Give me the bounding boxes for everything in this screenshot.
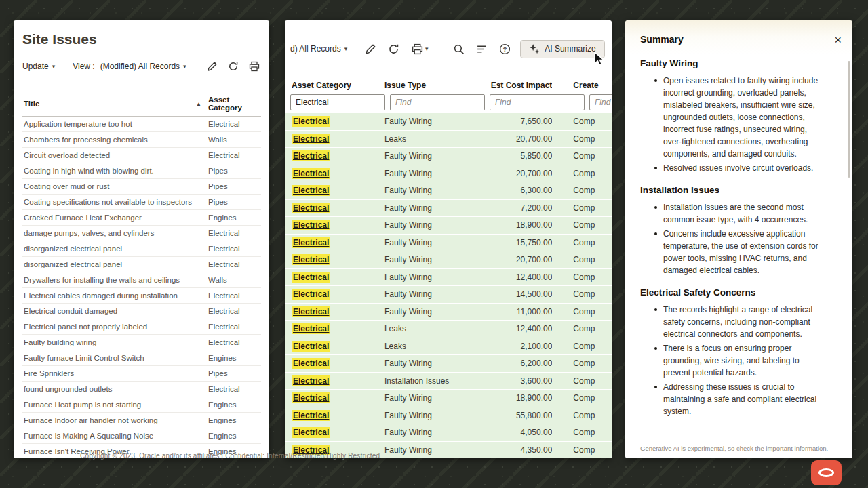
asset-category-link[interactable]: Electrical xyxy=(292,358,330,369)
filter-issue-type-input[interactable] xyxy=(390,94,485,110)
created-cell: Comp xyxy=(573,359,612,368)
issue-row[interactable]: Electrical cables damaged during install… xyxy=(22,288,261,304)
record-row[interactable]: ElectricalFaulty Wiring55,800.00Comp xyxy=(285,407,612,425)
record-row[interactable]: ElectricalFaulty Wiring15,750.00Comp xyxy=(285,235,612,252)
issue-type-cell: Faulty Wiring xyxy=(384,393,476,403)
summary-title: Summary xyxy=(640,34,684,45)
sort-ascending-icon[interactable]: ▲ xyxy=(196,101,201,107)
asset-category-link[interactable]: Electrical xyxy=(292,306,330,317)
refresh-button[interactable] xyxy=(387,42,400,56)
asset-category-link[interactable]: Electrical xyxy=(292,150,330,161)
column-header-asset-category[interactable]: Asset Category xyxy=(207,92,261,117)
record-row[interactable]: ElectricalFaulty Wiring20,700.00Comp xyxy=(285,251,612,269)
asset-category-link[interactable]: Electrical xyxy=(292,116,330,127)
filter-asset-category-input[interactable] xyxy=(290,94,385,110)
refresh-button[interactable] xyxy=(226,60,240,73)
query-by-example-button[interactable] xyxy=(475,42,488,56)
print-button[interactable] xyxy=(248,60,261,73)
asset-category-link[interactable]: Electrical xyxy=(292,341,330,352)
oracle-logo[interactable] xyxy=(811,460,842,485)
record-row[interactable]: ElectricalFaulty Wiring18,900.00Comp xyxy=(285,390,612,407)
issue-row[interactable]: Application temperature too hotElectrica… xyxy=(22,117,261,132)
issue-row[interactable]: Furnace Indoor air handler not workingEn… xyxy=(22,413,261,428)
issue-row[interactable]: Chambers for processing chemicalsWalls xyxy=(22,132,261,148)
asset-category-cell: Walls xyxy=(207,272,261,288)
column-header-title[interactable]: ▲ Title xyxy=(22,92,207,117)
update-dropdown[interactable]: Update ▾ xyxy=(22,62,55,71)
issue-row[interactable]: Circuit overload detectedElectrical xyxy=(22,148,261,163)
asset-category-link[interactable]: Electrical xyxy=(292,203,330,214)
column-header-created[interactable]: Create xyxy=(573,81,612,90)
print-dropdown-button[interactable]: ▾ xyxy=(410,42,430,56)
issue-row[interactable]: Faulty furnace Limit Control SwitchEngin… xyxy=(22,350,261,366)
issue-row[interactable]: Fire SprinklersPipes xyxy=(22,366,261,382)
issue-row[interactable]: damage pumps, valves, and cylindersElect… xyxy=(22,226,261,241)
issue-row[interactable]: Faulty building wiringElectrical xyxy=(22,335,261,350)
record-row[interactable]: ElectricalFaulty Wiring7,200.00Comp xyxy=(285,200,612,218)
record-row[interactable]: ElectricalFaulty Wiring6,200.00Comp xyxy=(285,355,612,373)
record-row[interactable]: ElectricalFaulty Wiring12,400.00Comp xyxy=(285,269,612,287)
asset-category-cell: Electrical xyxy=(207,257,261,272)
filter-created-input[interactable] xyxy=(589,94,612,110)
issue-row[interactable]: Electrical panel not properly labeledEle… xyxy=(22,319,261,335)
record-row[interactable]: ElectricalFaulty Wiring5,850.00Comp xyxy=(285,148,612,165)
edit-button[interactable] xyxy=(205,60,219,73)
view-dropdown[interactable]: (Modified) All Records ▾ xyxy=(100,62,186,71)
record-row[interactable]: ElectricalInstallation Issues3,600.00Com… xyxy=(285,373,612,390)
column-header-est-cost-impact[interactable]: Est Cost Impact xyxy=(476,81,552,90)
record-row[interactable]: ElectricalFaulty Wiring4,050.00Comp xyxy=(285,424,612,442)
record-row[interactable]: ElectricalFaulty Wiring11,000.00Comp xyxy=(285,304,612,321)
issue-row[interactable]: Cracked Furnace Heat ExchangerEngines xyxy=(22,210,261,226)
asset-category-link[interactable]: Electrical xyxy=(292,289,330,300)
filter-est-cost-input[interactable] xyxy=(490,94,585,110)
issue-row[interactable]: Coating in high wind with blowing dirt.P… xyxy=(22,163,261,179)
asset-category-cell: Pipes xyxy=(207,366,261,382)
scrollbar-thumb[interactable] xyxy=(848,61,850,178)
record-row[interactable]: ElectricalFaulty Wiring6,300.00Comp xyxy=(285,182,612,200)
asset-category-link[interactable]: Electrical xyxy=(292,427,330,438)
issue-row[interactable]: Furnace Is Making A Squealing NoiseEngin… xyxy=(22,428,261,444)
asset-category-link[interactable]: Electrical xyxy=(292,237,330,248)
issue-row[interactable]: found ungrounded outletsElectrical xyxy=(22,382,261,397)
created-cell: Comp xyxy=(573,307,612,317)
asset-category-link[interactable]: Electrical xyxy=(292,134,330,144)
record-row[interactable]: ElectricalLeaks12,400.00Comp xyxy=(285,321,612,338)
record-row[interactable]: ElectricalFaulty Wiring18,900.00Comp xyxy=(285,217,612,235)
asset-category-link[interactable]: Electrical xyxy=(292,185,330,196)
summary-bullet: Concerns include excessive application t… xyxy=(663,228,823,277)
asset-category-link[interactable]: Electrical xyxy=(292,254,330,265)
record-row[interactable]: ElectricalFaulty Wiring20,700.00Comp xyxy=(285,165,612,183)
asset-category-link[interactable]: Electrical xyxy=(292,323,330,334)
record-row[interactable]: ElectricalLeaks20,700.00Comp xyxy=(285,131,612,148)
issue-row[interactable]: Coating over mud or rustPipes xyxy=(22,179,261,195)
record-row[interactable]: ElectricalFaulty Wiring14,500.00Comp xyxy=(285,286,612,304)
search-button[interactable] xyxy=(452,42,465,56)
asset-category-cell: Electrical xyxy=(292,237,384,248)
created-cell: Comp xyxy=(573,411,612,420)
asset-category-link[interactable]: Electrical xyxy=(292,272,330,283)
issue-row[interactable]: Furnace Heat pump is not startingEngines xyxy=(22,397,261,413)
issue-row[interactable]: disorganized electrical panelElectrical xyxy=(22,241,261,257)
record-row[interactable]: ElectricalLeaks2,100.00Comp xyxy=(285,338,612,356)
help-button[interactable]: ? xyxy=(498,42,511,56)
issue-row[interactable]: Coating specifications not available to … xyxy=(22,195,261,210)
column-header-asset-category[interactable]: Asset Category xyxy=(292,81,384,90)
records-view-dropdown[interactable]: d) All Records ▾ xyxy=(290,44,347,54)
asset-category-link[interactable]: Electrical xyxy=(292,410,330,421)
asset-category-link[interactable]: Electrical xyxy=(292,168,330,179)
issue-row[interactable]: Electrical conduit damagedElectrical xyxy=(22,304,261,319)
close-icon[interactable]: × xyxy=(833,34,843,46)
asset-category-link[interactable]: Electrical xyxy=(292,220,330,230)
asset-category-cell: Electrical xyxy=(292,323,384,334)
ai-summarize-button[interactable]: AI Summarize xyxy=(520,40,604,58)
issue-row[interactable]: Drywallers for installing the walls and … xyxy=(22,272,261,288)
issue-type-cell: Faulty Wiring xyxy=(384,169,476,178)
asset-category-link[interactable]: Electrical xyxy=(292,392,330,403)
issue-title-cell: Electrical cables damaged during install… xyxy=(22,288,207,304)
issue-row[interactable]: disorganized electrical panelElectrical xyxy=(22,257,261,272)
edit-button[interactable] xyxy=(363,42,377,56)
record-row[interactable]: ElectricalFaulty Wiring7,650.00Comp xyxy=(285,113,612,131)
column-header-issue-type[interactable]: Issue Type xyxy=(384,81,476,90)
asset-category-link[interactable]: Electrical xyxy=(292,375,330,386)
issue-title-cell: Furnace Indoor air handler not working xyxy=(22,413,207,428)
